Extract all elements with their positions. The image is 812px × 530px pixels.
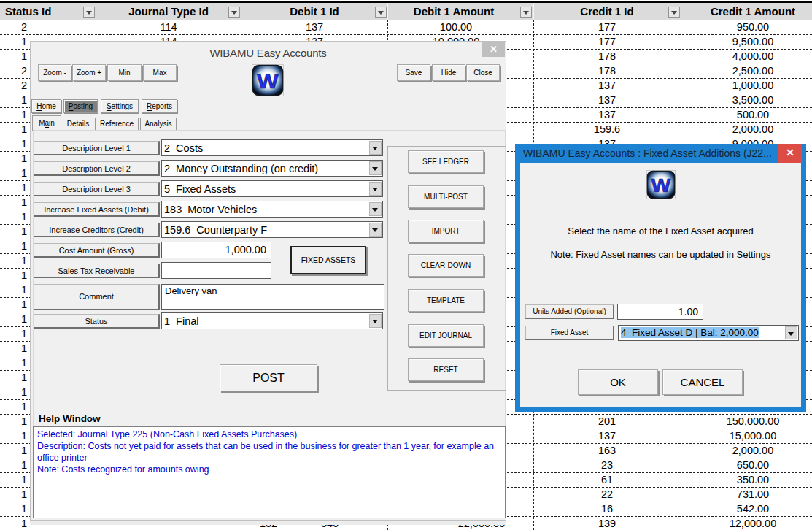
svg-text:W: W <box>651 175 670 196</box>
svg-text:W: W <box>258 70 279 93</box>
